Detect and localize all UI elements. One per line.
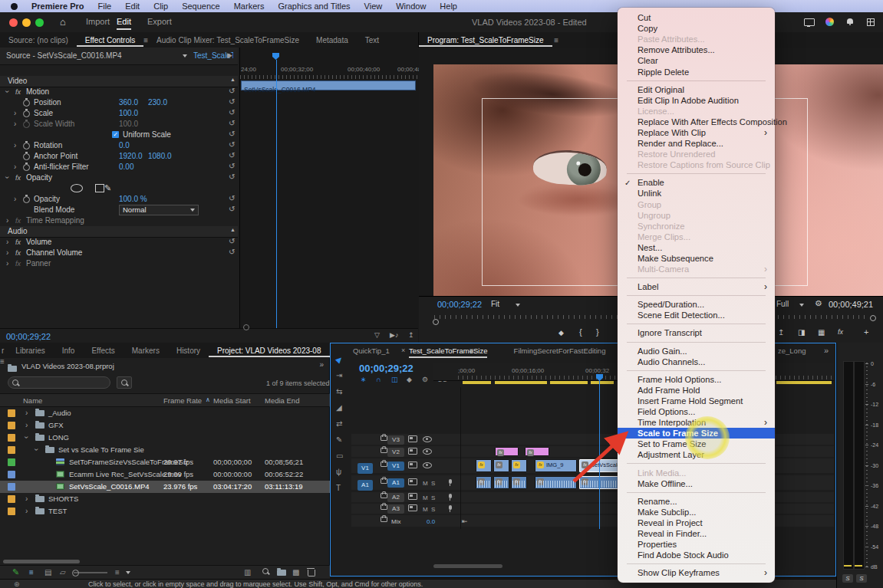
tab-history[interactable]: History — [168, 343, 209, 357]
reset-icon[interactable]: ↺ — [229, 248, 235, 256]
source-assign-icon[interactable] — [408, 504, 417, 511]
ec-row-anti-flicker-filter[interactable]: ›Anti-flicker Filter0.00↺ — [0, 162, 238, 172]
type-tool[interactable]: T — [336, 484, 341, 492]
project-row-set-vs-scale-to-frame-sie[interactable]: ›Set vs Scale To Frame Sie — [0, 444, 330, 456]
ec-row-scale-width[interactable]: ›Scale Width100.0↺ — [0, 119, 238, 130]
source-patch-v1[interactable]: V1 — [357, 463, 373, 474]
expander-icon[interactable]: › — [14, 109, 16, 117]
mark-in-icon[interactable]: { — [579, 327, 582, 337]
workspace-icon[interactable] — [867, 18, 875, 26]
project-row-setvsscale-c0016-mp4[interactable]: SetVsScale_C0016.MP423.976 fps03:04:17:2… — [0, 481, 330, 493]
expander-icon[interactable]: › — [25, 421, 28, 429]
timeline-tab-test-scaletoframesize[interactable]: Test_ScaleToFrameSize — [409, 347, 487, 358]
track-toggle-a2[interactable]: A2 — [387, 493, 404, 502]
menu-item-audio-channels[interactable]: Audio Channels... — [618, 356, 775, 367]
label-color-chip[interactable] — [8, 508, 15, 515]
label-color-chip[interactable] — [8, 458, 15, 466]
menu-item-reveal-in-finder[interactable]: Reveal in Finder... — [618, 528, 775, 539]
column-header-media-end[interactable]: Media End — [265, 396, 299, 405]
video-clip[interactable]: fx — [525, 447, 549, 456]
expander-icon[interactable]: › — [6, 248, 8, 257]
menu-item-render-and-replace[interactable]: Render and Replace... — [618, 138, 775, 149]
sort-ascending-icon[interactable]: ∧ — [206, 396, 210, 403]
column-header-name[interactable]: Name — [23, 396, 42, 405]
ec-clip-bar[interactable]: SetVsScale_C0016.MP4 — [242, 86, 316, 94]
reset-icon[interactable]: ↺ — [229, 87, 235, 95]
program-tab[interactable]: Program: Test_ScaleToFrameSize — [419, 32, 552, 47]
reset-icon[interactable]: ↺ — [229, 194, 235, 202]
menubar-item-help[interactable]: Help — [440, 2, 457, 11]
track-output-eye-icon[interactable] — [423, 448, 432, 455]
param-value[interactable]: 1080.0 — [148, 152, 172, 160]
ec-scrollbar-knob[interactable] — [243, 324, 249, 330]
search-input[interactable] — [8, 376, 110, 389]
zoom-window-button[interactable] — [35, 18, 44, 27]
ec-row-panner[interactable]: ›fxPanner — [0, 258, 238, 269]
source-assign-icon[interactable] — [408, 435, 417, 442]
expander-icon[interactable]: › — [14, 141, 16, 149]
ec-row-scale[interactable]: ›Scale100.0↺ — [0, 108, 238, 119]
source-assign-icon[interactable] — [408, 478, 417, 485]
expander-icon[interactable]: › — [14, 163, 16, 171]
delete-icon[interactable] — [308, 570, 315, 577]
sequence-marker-bar[interactable] — [591, 381, 614, 384]
expander-icon[interactable]: › — [32, 448, 41, 451]
menubar-item-clip[interactable]: Clip — [153, 2, 168, 11]
slip-tool[interactable]: ⇄ — [336, 419, 342, 428]
blend-mode-select[interactable]: Normal — [119, 205, 199, 215]
video-clip[interactable]: fx — [495, 447, 519, 456]
param-value[interactable]: 0.0 — [119, 141, 130, 149]
video-clip[interactable]: fx — [511, 459, 527, 472]
label-color-chip[interactable] — [8, 409, 15, 417]
tab-overflow-icon[interactable]: » — [824, 346, 829, 355]
reset-icon[interactable]: ↺ — [229, 172, 235, 181]
ec-source-clip-tab[interactable]: Source - SetVsScale_C0016.MP4 — [6, 51, 122, 60]
collapse-icon[interactable]: ▲ — [230, 227, 236, 232]
timeline-tab-fragment[interactable]: ze_Long — [778, 347, 806, 355]
button-editor-plus-icon[interactable]: + — [864, 327, 868, 337]
column-header-media-start[interactable]: Media Start — [213, 396, 251, 405]
menu-item-cut[interactable]: Cut — [618, 12, 775, 23]
app-menu-premiere-pro[interactable]: Premiere Pro — [31, 2, 84, 11]
menu-item-nest[interactable]: Nest... — [618, 242, 775, 253]
collapse-icon[interactable]: ▲ — [230, 77, 236, 82]
voiceover-record-icon[interactable] — [449, 494, 452, 498]
param-value[interactable]: 100.0 — [119, 109, 138, 117]
comparison-view-icon[interactable]: ◨ — [798, 328, 805, 337]
track-output-eye-icon[interactable] — [423, 436, 432, 442]
panel-menu-icon[interactable]: ≡ — [554, 36, 558, 44]
menu-item-field-options[interactable]: Field Options... — [618, 406, 775, 417]
new-bin-icon[interactable] — [277, 570, 286, 576]
play-right-icon[interactable]: ▶ — [227, 51, 232, 59]
label-color-chip[interactable] — [8, 446, 15, 454]
display-icon[interactable] — [804, 18, 815, 26]
menu-item-find-adobe-stock-audio[interactable]: Find Adobe Stock Audio — [618, 550, 775, 560]
settings-wrench-icon[interactable]: ⚙ — [813, 300, 823, 307]
multi-camera-icon[interactable]: ▦ — [818, 328, 825, 337]
close-icon[interactable]: × — [401, 347, 405, 354]
source-assign-icon[interactable] — [408, 462, 417, 468]
expander-icon[interactable]: › — [14, 120, 16, 128]
notifications-icon[interactable] — [847, 18, 853, 24]
expander-icon[interactable]: › — [25, 409, 28, 417]
mix-value[interactable]: 0.0 — [427, 518, 435, 525]
filter-effects-icon[interactable]: ▽ — [374, 331, 380, 339]
menu-item-ignore-transcript[interactable]: Ignore Transcript — [618, 327, 775, 338]
menu-item-edit-original[interactable]: Edit Original — [618, 84, 775, 95]
expander-icon[interactable]: › — [14, 195, 16, 203]
project-row-ecamm-live-rec-setvsscale-mov[interactable]: Ecamm Live Rec_SetVsScale.mov29.99 fps00… — [0, 468, 330, 481]
reset-icon[interactable]: ↺ — [229, 237, 235, 245]
ec-row-uniform-scale[interactable]: ✓Uniform Scale↺ — [0, 130, 238, 140]
tab-info[interactable]: Info — [54, 343, 84, 357]
project-row-shorts[interactable]: ›SHORTS — [0, 493, 330, 505]
tab-audio-clip-mixer-test-scaletoframesize[interactable]: Audio Clip Mixer: Test_ScaleToFrameSize — [148, 32, 308, 47]
zoom-slider-knob[interactable] — [72, 570, 79, 577]
audio-clip[interactable]: fx — [511, 476, 527, 489]
menubar-item-file[interactable]: File — [97, 2, 111, 11]
nested-sequence-icon[interactable]: ∗ — [361, 376, 367, 383]
track-select-forward-tool[interactable]: ⇥ — [336, 371, 342, 379]
menu-item-remove-attributes[interactable]: Remove Attributes... — [618, 44, 775, 55]
workspace-tab-edit[interactable]: Edit — [117, 17, 131, 30]
tab-overflow-icon[interactable]: » — [313, 357, 330, 372]
timeline-timecode[interactable]: 00;00;29;22 — [359, 363, 413, 374]
